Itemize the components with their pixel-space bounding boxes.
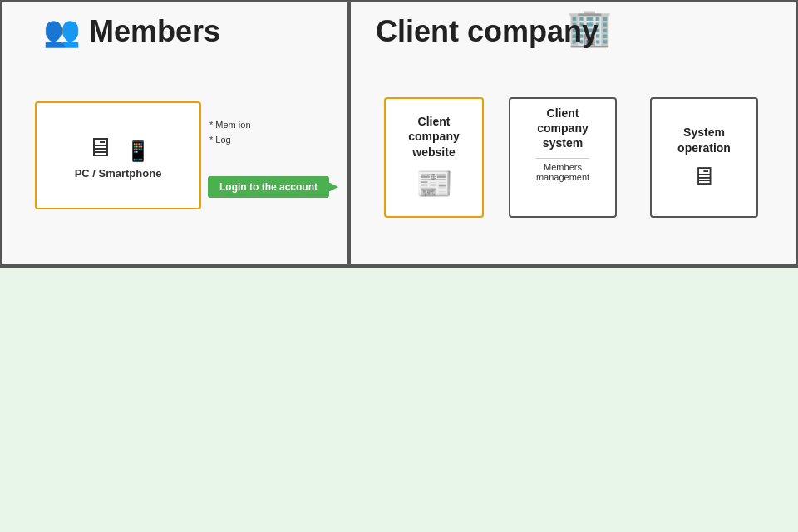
members-mgmt-label: Membersmanagement <box>536 158 589 182</box>
devices-icons: 🖥 📱 <box>86 132 150 163</box>
website-label: Clientcompanywebsite <box>408 114 459 160</box>
phone-icon: 📱 <box>126 140 150 163</box>
client-section: 🏢 Client company Clientcompanywebsite 📰 … <box>349 0 798 266</box>
devices-box: 🖥 📱 PC / Smartphone <box>35 101 201 209</box>
pc-icon: 🖥 <box>86 132 113 163</box>
website-box: Clientcompanywebsite 📰 <box>384 97 484 218</box>
monitor-icon: 🖥 <box>692 162 717 190</box>
members-label: Members <box>89 14 220 49</box>
client-system-box: Clientcompanysystem Membersmanagement <box>509 97 617 218</box>
login-notes: * Mem ion * Log <box>209 118 251 147</box>
members-section: 👥 Members 🖥 📱 PC / Smartphone * Mem ion … <box>0 0 349 266</box>
client-system-label: Clientcompanysystem <box>537 106 588 151</box>
members-title-group: 👥 Members <box>43 14 220 49</box>
login-note-1: * Mem ion <box>209 118 251 133</box>
website-newspaper-icon: 📰 <box>416 166 453 201</box>
operation-label: System operation <box>658 125 750 155</box>
login-arrow-container[interactable]: Login to the account <box>208 176 329 198</box>
diagram: 👥 Members 🖥 📱 PC / Smartphone * Mem ion … <box>0 0 798 532</box>
login-note-2: * Log <box>209 133 251 148</box>
client-company-title: Client company <box>376 14 598 49</box>
bottom-section: ✦ CREANS MAERD Single sign-on t exchange… <box>0 266 798 532</box>
operation-box: System operation 🖥 <box>650 97 758 218</box>
devices-label: PC / Smartphone <box>75 167 162 180</box>
members-icon: 👥 <box>43 14 81 49</box>
login-button[interactable]: Login to the account <box>208 176 329 198</box>
